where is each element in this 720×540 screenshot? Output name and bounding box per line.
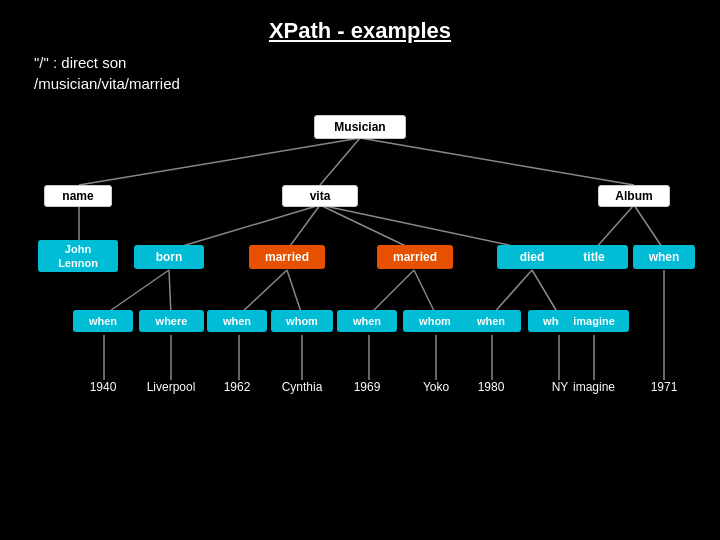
vita-node: vita [282, 185, 358, 207]
imagine-node: imagine [559, 310, 629, 332]
value-liverpool: Liverpool [131, 380, 211, 394]
value-1971: 1971 [633, 380, 695, 394]
tree-lines [24, 110, 696, 450]
svg-line-1 [320, 138, 360, 185]
john-lennon-node: John Lennon [38, 240, 118, 272]
svg-line-12 [239, 270, 287, 315]
svg-line-2 [360, 138, 634, 185]
name-node: name [44, 185, 112, 207]
when3-node: when [337, 310, 397, 332]
value-1962: 1962 [207, 380, 267, 394]
value-yoko: Yoko [406, 380, 466, 394]
svg-line-11 [169, 270, 171, 315]
svg-line-7 [320, 205, 532, 250]
subtitle1: "/" : direct son [34, 54, 696, 71]
svg-line-13 [287, 270, 302, 315]
svg-line-6 [320, 205, 414, 250]
where1-node: where [139, 310, 204, 332]
value-imagine: imagine [559, 380, 629, 394]
svg-line-0 [79, 138, 360, 185]
svg-line-8 [594, 205, 634, 250]
when4-node: when [461, 310, 521, 332]
value-1980: 1980 [461, 380, 521, 394]
born-node: born [134, 245, 204, 269]
tree-diagram: Musician name vita Album John Lennon bor… [24, 110, 696, 450]
album-node: Album [598, 185, 670, 207]
value-1940: 1940 [73, 380, 133, 394]
svg-line-5 [287, 205, 320, 250]
married1-node: married [249, 245, 325, 269]
when-album-node: when [633, 245, 695, 269]
svg-line-16 [492, 270, 532, 315]
value-1969: 1969 [337, 380, 397, 394]
married2-node: married [377, 245, 453, 269]
svg-line-14 [369, 270, 414, 315]
whom2-node: whom [403, 310, 467, 332]
when1-node: when [73, 310, 133, 332]
svg-line-4 [169, 205, 320, 250]
value-cynthia: Cynthia [268, 380, 336, 394]
svg-line-15 [414, 270, 436, 315]
svg-line-10 [104, 270, 169, 315]
musician-node: Musician [314, 115, 406, 139]
subtitle2: /musician/vita/married [34, 75, 696, 92]
page-title: XPath - examples [24, 18, 696, 44]
svg-line-9 [634, 205, 664, 250]
whom1-node: whom [271, 310, 333, 332]
svg-line-17 [532, 270, 559, 315]
title-node: title [560, 245, 628, 269]
when2-node: when [207, 310, 267, 332]
page: XPath - examples "/" : direct son /music… [0, 0, 720, 540]
died-node: died [497, 245, 567, 269]
